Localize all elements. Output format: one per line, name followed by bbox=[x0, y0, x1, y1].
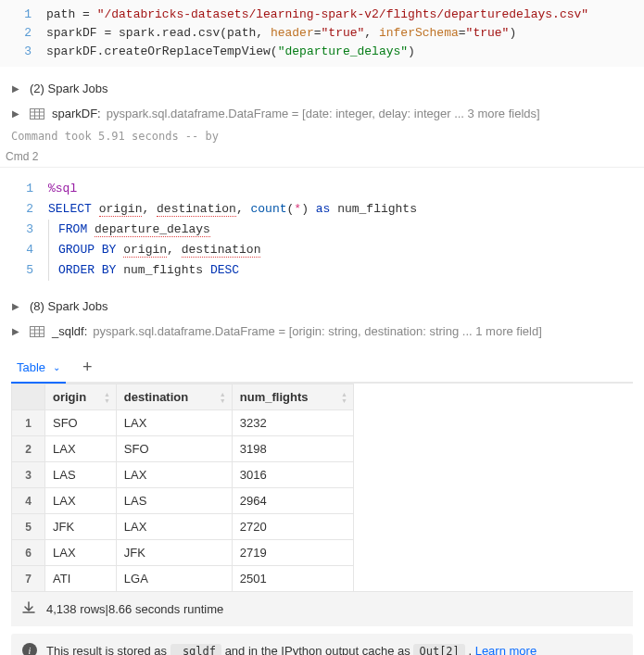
code-text: sparkDF = spark.read.csv(path, header="t… bbox=[46, 24, 644, 43]
table-row[interactable]: 1SFOLAX3232 bbox=[12, 410, 354, 436]
download-icon[interactable] bbox=[22, 601, 35, 617]
cell-destination: LAX bbox=[116, 462, 232, 488]
cell-destination: LGA bbox=[116, 566, 232, 592]
cell-origin: LAX bbox=[45, 488, 117, 514]
results-table: origin▲▼ destination▲▼ num_flights▲▼ 1SF… bbox=[11, 384, 354, 591]
cell-num-flights: 2719 bbox=[232, 540, 353, 566]
table-row[interactable]: 4LAXLAS2964 bbox=[12, 488, 354, 514]
row-index: 4 bbox=[12, 488, 45, 514]
dataframe-type: pyspark.sql.dataframe.DataFrame = [origi… bbox=[93, 324, 541, 338]
cell-destination: LAX bbox=[116, 410, 232, 436]
line-number: 2 bbox=[11, 199, 48, 220]
code-cell-1[interactable]: 1 path = "/databricks-datasets/learning-… bbox=[0, 0, 644, 67]
row-index: 5 bbox=[12, 514, 45, 540]
dataframe-icon bbox=[30, 325, 44, 338]
code-line: 2 SELECT origin, destination, count(*) a… bbox=[11, 199, 633, 220]
line-number: 3 bbox=[11, 220, 48, 240]
cell-origin: ATI bbox=[45, 566, 117, 592]
table-row[interactable]: 6LAXJFK2719 bbox=[12, 540, 354, 566]
cell-origin: LAX bbox=[45, 540, 117, 566]
tab-label: Table bbox=[17, 360, 45, 374]
cell-destination: LAS bbox=[116, 488, 232, 514]
info-text: This result is stored as _sqldf and in t… bbox=[46, 644, 537, 656]
code-text: sparkDF.createOrReplaceTempView("departu… bbox=[46, 43, 644, 61]
line-number: 4 bbox=[11, 240, 48, 260]
line-number: 1 bbox=[0, 6, 46, 24]
spark-jobs-toggle[interactable]: ▶ (2) Spark Jobs bbox=[0, 76, 644, 101]
cell-destination: SFO bbox=[116, 436, 232, 462]
code-line: 2 sparkDF = spark.read.csv(path, header=… bbox=[0, 24, 644, 43]
svg-rect-5 bbox=[31, 326, 44, 336]
command-timing: Command took 5.91 seconds -- by bbox=[0, 126, 644, 146]
cell-origin: LAX bbox=[45, 436, 117, 462]
cell-num-flights: 3016 bbox=[232, 462, 353, 488]
row-index: 6 bbox=[12, 540, 45, 566]
tab-table[interactable]: Table ⌄ bbox=[11, 353, 66, 384]
line-number: 3 bbox=[0, 43, 46, 61]
cell-origin: SFO bbox=[45, 410, 117, 436]
cell-num-flights: 2501 bbox=[232, 566, 353, 592]
runtime: 8.66 seconds runtime bbox=[108, 602, 223, 616]
table-row[interactable]: 5JFKLAX2720 bbox=[12, 514, 354, 540]
dataframe-schema-toggle[interactable]: ▶ sparkDF: pyspark.sql.dataframe.DataFra… bbox=[0, 101, 644, 126]
dataframe-type: pyspark.sql.dataframe.DataFrame = [date:… bbox=[107, 107, 540, 120]
info-bar: i This result is stored as _sqldf and in… bbox=[11, 634, 633, 655]
result-tabs: Table ⌄ + bbox=[11, 353, 633, 384]
chevron-right-icon: ▶ bbox=[11, 83, 20, 94]
row-index: 3 bbox=[12, 462, 45, 488]
cell-num-flights: 2964 bbox=[232, 488, 353, 514]
dataframe-name: _sqldf: bbox=[52, 324, 87, 338]
row-index: 2 bbox=[12, 436, 45, 462]
cmd-label: Cmd 2 bbox=[0, 146, 644, 168]
cell-origin: LAS bbox=[45, 462, 117, 488]
table-header-origin[interactable]: origin▲▼ bbox=[45, 384, 117, 410]
info-icon: i bbox=[22, 643, 37, 655]
chevron-right-icon: ▶ bbox=[11, 108, 20, 119]
line-number: 1 bbox=[11, 179, 48, 199]
cell-num-flights: 3198 bbox=[232, 436, 353, 462]
spark-jobs-label: (8) Spark Jobs bbox=[30, 299, 108, 313]
spark-jobs-label: (2) Spark Jobs bbox=[30, 82, 108, 95]
code-cell-2[interactable]: 1 %sql 2 SELECT origin, destination, cou… bbox=[11, 179, 633, 281]
cell-destination: JFK bbox=[116, 540, 232, 566]
chevron-down-icon: ⌄ bbox=[53, 362, 60, 372]
code-text: path = "/databricks-datasets/learning-sp… bbox=[46, 6, 644, 24]
results-table-wrap: origin▲▼ destination▲▼ num_flights▲▼ 1SF… bbox=[11, 384, 633, 591]
table-header-destination[interactable]: destination▲▼ bbox=[116, 384, 232, 410]
table-row[interactable]: 7ATILGA2501 bbox=[12, 566, 354, 592]
row-index: 7 bbox=[12, 566, 45, 592]
learn-more-link[interactable]: Learn more bbox=[475, 644, 537, 656]
line-number: 2 bbox=[0, 24, 46, 43]
dataframe-schema-toggle[interactable]: ▶ _sqldf: pyspark.sql.dataframe.DataFram… bbox=[0, 319, 644, 344]
sort-icon: ▲▼ bbox=[220, 391, 226, 403]
code-line: 3 sparkDF.createOrReplaceTempView("depar… bbox=[0, 43, 644, 61]
cell-num-flights: 2720 bbox=[232, 514, 353, 540]
cell-origin: JFK bbox=[45, 514, 117, 540]
code-line: 4 GROUP BY origin, destination bbox=[11, 240, 633, 260]
chevron-right-icon: ▶ bbox=[11, 301, 20, 311]
cell-num-flights: 3232 bbox=[232, 410, 353, 436]
svg-rect-0 bbox=[31, 108, 44, 119]
row-count: 4,138 rows bbox=[46, 602, 106, 616]
add-tab-button[interactable]: + bbox=[66, 358, 109, 377]
code-line: 3 FROM departure_delays bbox=[11, 220, 633, 240]
table-row[interactable]: 3LASLAX3016 bbox=[12, 462, 354, 488]
spark-jobs-toggle[interactable]: ▶ (8) Spark Jobs bbox=[0, 294, 644, 319]
dataframe-name: sparkDF: bbox=[52, 107, 101, 120]
out-pill: Out[2] bbox=[413, 644, 464, 656]
row-index: 1 bbox=[12, 410, 45, 436]
code-line: 1 %sql bbox=[11, 179, 633, 199]
line-number: 5 bbox=[11, 260, 48, 281]
magic-command: %sql bbox=[48, 182, 77, 195]
sort-icon: ▲▼ bbox=[104, 391, 110, 403]
cell-destination: LAX bbox=[116, 514, 232, 540]
results-footer: 4,138 rows | 8.66 seconds runtime bbox=[11, 591, 633, 626]
dataframe-icon bbox=[30, 107, 44, 120]
code-line: 5 ORDER BY num_flights DESC bbox=[11, 260, 633, 281]
table-header-index[interactable] bbox=[12, 384, 45, 410]
sqldf-pill: _sqldf bbox=[170, 644, 221, 656]
table-row[interactable]: 2LAXSFO3198 bbox=[12, 436, 354, 462]
table-header-num-flights[interactable]: num_flights▲▼ bbox=[232, 384, 353, 410]
chevron-right-icon: ▶ bbox=[11, 326, 20, 336]
sort-icon: ▲▼ bbox=[341, 391, 347, 403]
